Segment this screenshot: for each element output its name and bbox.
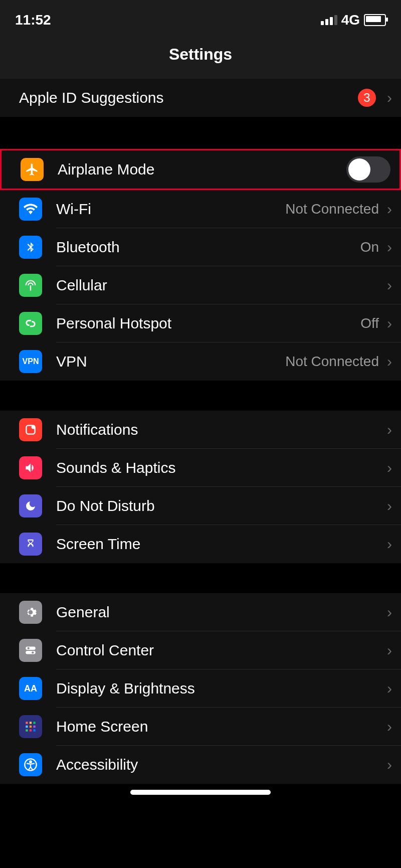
svg-rect-7 <box>30 722 32 724</box>
notifications-label: Notifications <box>56 421 384 438</box>
notifications-icon <box>19 418 42 441</box>
bluetooth-value: On <box>360 239 379 255</box>
chevron-right-icon: › <box>387 201 392 218</box>
svg-point-1 <box>32 426 35 428</box>
svg-rect-8 <box>33 722 35 724</box>
bluetooth-label: Bluetooth <box>56 239 360 256</box>
network-label: 4G <box>341 12 360 28</box>
row-airplane-mode[interactable]: Airplane Mode <box>0 149 401 190</box>
accessibility-label: Accessibility <box>56 756 384 773</box>
row-display-brightness[interactable]: AA Display & Brightness › <box>0 669 401 708</box>
chevron-right-icon: › <box>387 680 392 697</box>
svg-point-4 <box>28 647 30 649</box>
chevron-right-icon: › <box>387 536 392 553</box>
airplane-icon <box>21 158 44 181</box>
page-title: Settings <box>0 40 401 79</box>
home-indicator[interactable] <box>0 784 401 799</box>
hotspot-icon <box>19 312 42 335</box>
chevron-right-icon: › <box>387 239 392 256</box>
chevron-right-icon: › <box>387 459 392 476</box>
badge-count: 3 <box>358 89 376 107</box>
chevron-right-icon: › <box>387 353 392 370</box>
sounds-icon <box>19 456 42 479</box>
svg-rect-2 <box>26 646 36 650</box>
apple-id-label: Apple ID Suggestions <box>19 89 358 106</box>
text-size-icon: AA <box>19 677 42 700</box>
svg-rect-3 <box>26 651 36 654</box>
vpn-icon: VPN <box>19 350 42 373</box>
home-grid-icon <box>19 715 42 738</box>
row-wifi[interactable]: Wi-Fi Not Connected › <box>0 190 401 228</box>
airplane-toggle[interactable] <box>346 156 390 183</box>
chevron-right-icon: › <box>387 277 392 294</box>
vpn-label: VPN <box>56 353 285 370</box>
svg-rect-11 <box>33 726 35 728</box>
vpn-value: Not Connected <box>285 354 379 370</box>
row-screen-time[interactable]: Screen Time › <box>0 525 401 563</box>
row-accessibility[interactable]: Accessibility › <box>0 746 401 784</box>
wifi-value: Not Connected <box>285 201 379 217</box>
row-vpn[interactable]: VPN VPN Not Connected › <box>0 342 401 381</box>
bluetooth-icon <box>19 236 42 259</box>
row-apple-id-suggestions[interactable]: Apple ID Suggestions 3 › <box>0 79 401 117</box>
status-time: 11:52 <box>15 12 51 28</box>
dnd-label: Do Not Disturb <box>56 497 384 514</box>
svg-point-16 <box>30 761 32 763</box>
chevron-right-icon: › <box>387 604 392 621</box>
row-bluetooth[interactable]: Bluetooth On › <box>0 228 401 266</box>
signal-icon <box>321 15 337 25</box>
screentime-label: Screen Time <box>56 536 384 553</box>
chevron-right-icon: › <box>387 642 392 659</box>
chevron-right-icon: › <box>387 89 392 106</box>
sounds-label: Sounds & Haptics <box>56 459 384 476</box>
svg-point-5 <box>32 651 34 653</box>
row-notifications[interactable]: Notifications › <box>0 411 401 449</box>
airplane-label: Airplane Mode <box>58 161 346 178</box>
home-label: Home Screen <box>56 718 384 735</box>
cellular-icon <box>19 274 42 297</box>
svg-rect-14 <box>33 729 35 731</box>
general-label: General <box>56 604 384 621</box>
toggles-icon <box>19 639 42 662</box>
row-personal-hotspot[interactable]: Personal Hotspot Off › <box>0 304 401 342</box>
wifi-icon <box>19 198 42 221</box>
status-bar: 11:52 4G <box>0 0 401 40</box>
wifi-label: Wi-Fi <box>56 201 285 218</box>
cellular-label: Cellular <box>56 277 384 294</box>
display-label: Display & Brightness <box>56 680 384 697</box>
hourglass-icon <box>19 533 42 556</box>
svg-rect-10 <box>30 726 32 728</box>
svg-rect-13 <box>30 729 32 731</box>
chevron-right-icon: › <box>387 718 392 735</box>
hotspot-label: Personal Hotspot <box>56 315 360 332</box>
chevron-right-icon: › <box>387 497 392 514</box>
row-sounds[interactable]: Sounds & Haptics › <box>0 449 401 487</box>
cc-label: Control Center <box>56 642 384 659</box>
svg-rect-12 <box>26 729 28 731</box>
battery-icon <box>364 14 386 26</box>
chevron-right-icon: › <box>387 421 392 438</box>
row-control-center[interactable]: Control Center › <box>0 631 401 669</box>
gear-icon <box>19 601 42 624</box>
row-dnd[interactable]: Do Not Disturb › <box>0 487 401 525</box>
moon-icon <box>19 494 42 517</box>
chevron-right-icon: › <box>387 756 392 773</box>
row-home-screen[interactable]: Home Screen › <box>0 708 401 746</box>
row-cellular[interactable]: Cellular › <box>0 266 401 304</box>
row-general[interactable]: General › <box>0 593 401 631</box>
svg-rect-9 <box>26 726 28 728</box>
accessibility-icon <box>19 753 42 776</box>
hotspot-value: Off <box>360 315 379 331</box>
chevron-right-icon: › <box>387 315 392 332</box>
svg-rect-6 <box>26 722 28 724</box>
